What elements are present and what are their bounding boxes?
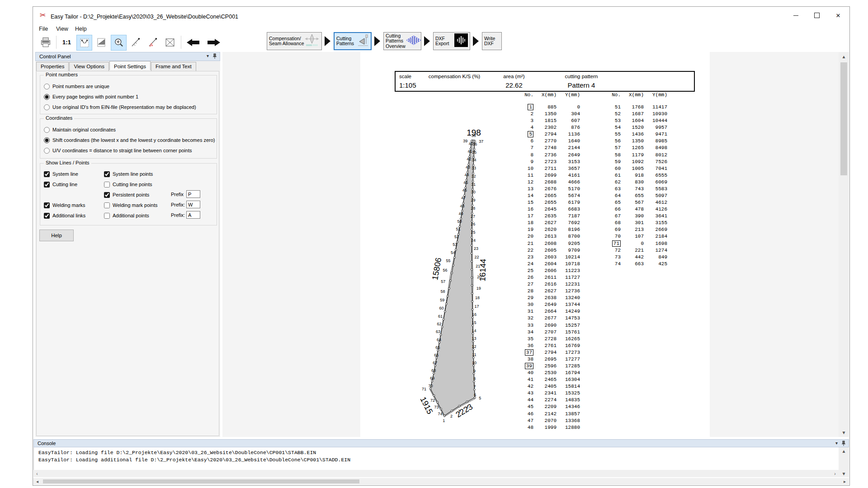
- show-additional-links[interactable]: Additional links: [44, 212, 85, 219]
- console-scroll-up-icon[interactable]: ▲: [839, 448, 849, 454]
- tab-view-options[interactable]: View Options: [69, 62, 109, 71]
- point-numbers-option[interactable]: Use original ID's from EIN-file (Represe…: [44, 103, 196, 111]
- pattern-point[interactable]: [448, 287, 450, 289]
- forward-button[interactable]: [204, 35, 222, 50]
- show-system-line-checkbox[interactable]: [44, 171, 50, 177]
- workflow-step-dxf-export[interactable]: DXFExport: [433, 32, 470, 50]
- pattern-point[interactable]: [472, 341, 474, 343]
- pattern-point[interactable]: [437, 401, 439, 403]
- tab-point-settings[interactable]: Point Settings: [109, 61, 151, 70]
- coordinates-option[interactable]: Maintain original coordinates: [44, 126, 116, 133]
- zoom-button[interactable]: [111, 35, 127, 51]
- help-button[interactable]: Help: [39, 230, 74, 241]
- pattern-point[interactable]: [471, 277, 473, 278]
- pattern-point[interactable]: [433, 394, 435, 396]
- measure-button[interactable]: [128, 35, 143, 50]
- show-system-line-points[interactable]: System line points: [104, 170, 153, 178]
- pattern-point[interactable]: [451, 272, 453, 274]
- scroll-up-icon[interactable]: ▲: [839, 53, 849, 60]
- coordinates-radio-1[interactable]: [44, 137, 50, 143]
- pattern-point[interactable]: [440, 408, 442, 410]
- delete-measure-button[interactable]: [162, 35, 177, 50]
- collapse-icon[interactable]: ▾: [207, 53, 209, 59]
- pattern-point[interactable]: [455, 249, 457, 251]
- prefix-input-w[interactable]: [186, 201, 200, 208]
- pattern-point[interactable]: [472, 324, 474, 326]
- coordinates-option[interactable]: U/V coordinates = distance to straigt li…: [44, 147, 192, 154]
- pattern-point[interactable]: [451, 410, 453, 412]
- workflow-step-cutting-patterns[interactable]: CuttingPatterns: [334, 32, 372, 50]
- show-welding-mark-points-checkbox[interactable]: [104, 202, 110, 208]
- print-button[interactable]: [38, 35, 53, 50]
- pattern-point[interactable]: [443, 415, 445, 417]
- show-cutting-line[interactable]: Cutting line: [44, 181, 77, 188]
- pattern-point[interactable]: [471, 293, 473, 295]
- console-pin-icon[interactable]: [841, 441, 846, 446]
- maximize-button[interactable]: [807, 7, 827, 24]
- pattern-point[interactable]: [472, 333, 474, 334]
- point-numbers-radio-0[interactable]: [44, 84, 50, 89]
- pattern-point[interactable]: [441, 326, 443, 328]
- show-cutting-line-checkbox[interactable]: [44, 182, 50, 188]
- coordinates-radio-0[interactable]: [44, 127, 50, 133]
- show-persistent-points-checkbox[interactable]: [104, 192, 110, 198]
- workflow-step-write-dxf[interactable]: WriteDXF: [482, 32, 502, 50]
- main-scroll-right-icon[interactable]: ▸: [841, 478, 848, 485]
- show-welding-mark-points[interactable]: Welding mark points: [104, 202, 157, 209]
- show-system-line-points-checkbox[interactable]: [104, 171, 110, 177]
- show-additional-links-checkbox[interactable]: [44, 213, 50, 219]
- actual-size-button[interactable]: 1:1: [59, 35, 74, 50]
- console-hscrollbar[interactable]: [33, 470, 839, 477]
- pattern-point[interactable]: [472, 349, 474, 351]
- pattern-point[interactable]: [453, 264, 454, 266]
- show-cutting-line-points-checkbox[interactable]: [104, 182, 110, 188]
- show-additional-points-checkbox[interactable]: [104, 213, 110, 219]
- menu-item-help[interactable]: Help: [75, 26, 87, 32]
- point-numbers-option[interactable]: Point numbers are unique: [44, 83, 109, 90]
- show-welding-marks[interactable]: Welding marks: [44, 202, 85, 209]
- show-additional-points[interactable]: Additional points: [104, 212, 149, 219]
- workflow-step-cutting-patterns-overview[interactable]: CuttingPatternsOverview: [383, 32, 421, 50]
- pattern-point[interactable]: [472, 357, 474, 358]
- show-cutting-line-points[interactable]: Cutting line points: [104, 181, 152, 188]
- close-button[interactable]: ✕: [828, 7, 849, 24]
- pattern-point[interactable]: [458, 405, 460, 407]
- pattern-shape-area[interactable]: 1234567891011121314151617181920212223242…: [407, 126, 506, 424]
- point-numbers-option[interactable]: Every page begins with point number 1: [44, 93, 138, 100]
- show-system-line[interactable]: System line: [44, 170, 78, 178]
- console-collapse-icon[interactable]: ▾: [835, 441, 838, 446]
- fit-to-window-button[interactable]: [76, 35, 92, 51]
- pattern-point[interactable]: [471, 244, 473, 246]
- canvas-vscroll-thumb[interactable]: [840, 62, 847, 175]
- pattern-point[interactable]: [471, 285, 473, 286]
- console-scroll-down-icon[interactable]: ▼: [839, 470, 849, 477]
- pin-icon[interactable]: [212, 53, 217, 59]
- pattern-point[interactable]: [454, 257, 456, 258]
- menu-item-view[interactable]: View: [56, 26, 68, 32]
- coordinates-radio-2[interactable]: [44, 148, 50, 154]
- pattern-point[interactable]: [445, 303, 447, 305]
- pattern-point[interactable]: [466, 401, 468, 403]
- main-scroll-left-icon[interactable]: ◂: [34, 478, 41, 485]
- tab-properties[interactable]: Properties: [36, 62, 69, 71]
- workflow-step-compensation-seam-allowance[interactable]: Compensation/Seam Allowance: [267, 32, 322, 50]
- scroll-down-icon[interactable]: ▼: [839, 429, 849, 436]
- console-scroll-left-icon[interactable]: ‹: [33, 470, 41, 477]
- show-persistent-points[interactable]: Persistent points: [104, 191, 149, 198]
- main-hscroll-thumb[interactable]: [43, 479, 359, 483]
- pattern-point[interactable]: [471, 268, 473, 270]
- minimize-button[interactable]: [785, 7, 806, 24]
- pattern-point[interactable]: [471, 253, 473, 254]
- pattern-point[interactable]: [472, 317, 473, 319]
- pattern-point[interactable]: [450, 280, 452, 282]
- coordinates-option[interactable]: Shift coordinates (the lowest x and the …: [44, 136, 215, 144]
- menu-item-file[interactable]: File: [39, 26, 48, 32]
- pattern-point[interactable]: [447, 295, 448, 297]
- pattern-point[interactable]: [443, 319, 444, 320]
- prefix-input-a[interactable]: [186, 211, 200, 219]
- pattern-point[interactable]: [471, 261, 473, 263]
- pattern-point[interactable]: [472, 300, 473, 302]
- pattern-point[interactable]: [444, 311, 446, 313]
- tab-frame-and-text[interactable]: Frame and Text: [151, 62, 196, 71]
- console-scroll-right-icon[interactable]: ›: [831, 470, 839, 477]
